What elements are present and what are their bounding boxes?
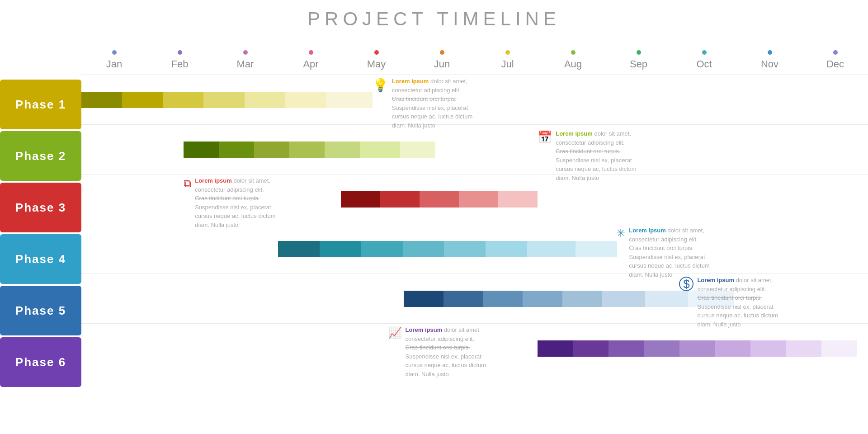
phase-3-row: ⧉ Lorem ipsum dolor sit amet, consectetu… bbox=[81, 175, 868, 224]
month-dot-mar bbox=[243, 50, 248, 55]
box-icon: ⧉ bbox=[184, 177, 191, 190]
phase-1-row: 💡 Lorem ipsum dolor sit amet, consectetu… bbox=[81, 75, 868, 125]
month-mar: Mar bbox=[212, 50, 278, 70]
dollar-icon: $ bbox=[679, 277, 693, 291]
month-label-aug: Aug bbox=[564, 58, 582, 70]
phase-3-bar bbox=[341, 191, 538, 208]
chart-column: Jan Feb Mar Apr May bbox=[81, 34, 868, 432]
phase-3-annotation: ⧉ Lorem ipsum dolor sit amet, consectetu… bbox=[184, 176, 285, 229]
month-nov: Nov bbox=[737, 50, 802, 70]
month-dot-may bbox=[374, 50, 379, 55]
months-row: Jan Feb Mar Apr May bbox=[81, 34, 868, 75]
month-aug: Aug bbox=[540, 50, 606, 70]
phase-4-annotation-text: Lorem ipsum dolor sit amet, consectetur … bbox=[629, 226, 719, 279]
chart-icon: 📈 bbox=[388, 326, 402, 339]
month-dot-dec bbox=[833, 50, 838, 55]
phase-1-annotation-text: Lorem ipsum dolor sit amet, consectetur … bbox=[392, 77, 482, 130]
phase-5-annotation-text: Lorem ipsum dolor sit amet, consectetur … bbox=[697, 276, 788, 329]
month-may: May bbox=[344, 50, 409, 70]
month-label-apr: Apr bbox=[303, 58, 318, 70]
phases-column: Phase 1 Phase 2 Phase 3 Phase 4 Phase 5 … bbox=[0, 34, 81, 432]
month-apr: Apr bbox=[278, 50, 344, 70]
phase-2-row: 📅 Lorem ipsum dolor sit amet, consectetu… bbox=[81, 125, 868, 175]
month-dot-apr bbox=[309, 50, 313, 55]
phase-6-annotation: 📈 Lorem ipsum dolor sit amet, consectetu… bbox=[388, 326, 496, 378]
month-label-jul: Jul bbox=[501, 58, 514, 70]
month-dot-feb bbox=[178, 50, 182, 55]
month-label-mar: Mar bbox=[237, 58, 254, 70]
month-jun: Jun bbox=[409, 50, 475, 70]
month-dot-jul bbox=[505, 50, 510, 55]
month-feb: Feb bbox=[147, 50, 212, 70]
phase-6-bar bbox=[538, 340, 860, 357]
month-label-may: May bbox=[367, 58, 386, 70]
month-dec: Dec bbox=[802, 50, 868, 70]
month-label-feb: Feb bbox=[171, 58, 189, 70]
page: PROJECT TIMELINE Phase 1 Phase 2 Phase 3… bbox=[0, 0, 868, 434]
month-jan: Jan bbox=[81, 50, 147, 70]
phase-4-row: ✳ Lorem ipsum dolor sit amet, consectetu… bbox=[81, 224, 868, 274]
calendar-icon: 📅 bbox=[538, 130, 552, 144]
phase-3-annotation-text: Lorem ipsum dolor sit amet, consectetur … bbox=[195, 176, 285, 229]
month-jul: Jul bbox=[475, 50, 540, 70]
phase-5-row: $ Lorem ipsum dolor sit amet, consectetu… bbox=[81, 274, 868, 324]
phase-4-annotation: ✳ Lorem ipsum dolor sit amet, consectetu… bbox=[616, 226, 719, 279]
phase-3-label: Phase 3 bbox=[0, 183, 81, 232]
month-dot-jun bbox=[440, 50, 444, 55]
month-oct: Oct bbox=[671, 50, 737, 70]
grid-area: 💡 Lorem ipsum dolor sit amet, consectetu… bbox=[81, 75, 868, 373]
phase-2-label: Phase 2 bbox=[0, 131, 81, 181]
month-label-sep: Sep bbox=[630, 58, 647, 70]
month-dot-nov bbox=[768, 50, 772, 55]
phase-1-label: Phase 1 bbox=[0, 80, 81, 129]
month-label-oct: Oct bbox=[696, 58, 712, 70]
month-label-jan: Jan bbox=[106, 58, 122, 70]
timeline-area: Phase 1 Phase 2 Phase 3 Phase 4 Phase 5 … bbox=[0, 34, 868, 432]
phase-1-bar bbox=[81, 92, 373, 108]
phase-4-label: Phase 4 bbox=[0, 234, 81, 284]
bulb-icon: 💡 bbox=[373, 78, 388, 93]
month-dot-jan bbox=[112, 50, 117, 55]
phase-6-annotation-text: Lorem ipsum dolor sit amet, consectetur … bbox=[406, 326, 496, 378]
month-sep: Sep bbox=[606, 50, 671, 70]
phase-6-label: Phase 6 bbox=[0, 337, 81, 387]
network-icon: ✳ bbox=[616, 227, 625, 240]
month-label-nov: Nov bbox=[761, 58, 778, 70]
phase-4-bar bbox=[278, 241, 624, 257]
month-label-jun: Jun bbox=[434, 58, 450, 70]
phase-5-label: Phase 5 bbox=[0, 286, 81, 335]
month-dot-aug bbox=[571, 50, 576, 55]
page-title: PROJECT TIMELINE bbox=[0, 0, 868, 34]
month-dot-sep bbox=[637, 50, 641, 55]
phase-5-annotation: $ Lorem ipsum dolor sit amet, consectetu… bbox=[679, 276, 788, 329]
phase-1-annotation: 💡 Lorem ipsum dolor sit amet, consectetu… bbox=[373, 77, 482, 130]
phase-2-bar bbox=[184, 142, 435, 158]
phase-6-row: 📈 Lorem ipsum dolor sit amet, consectetu… bbox=[81, 324, 868, 373]
month-dot-oct bbox=[702, 50, 707, 55]
month-label-dec: Dec bbox=[826, 58, 844, 70]
